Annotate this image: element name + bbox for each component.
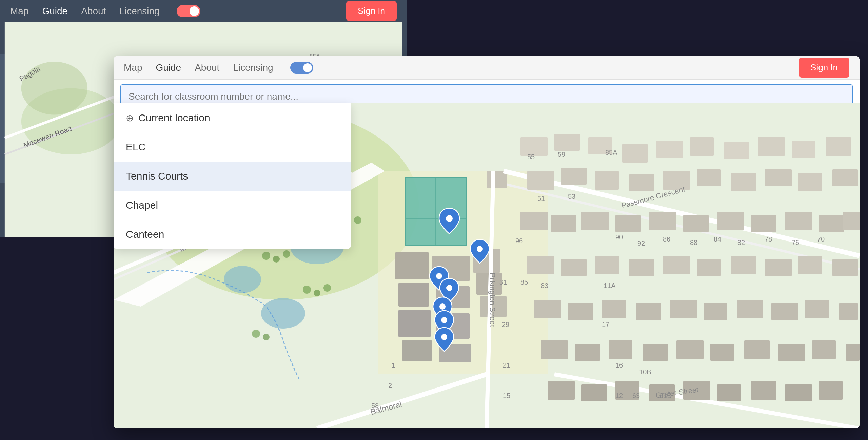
bg-nav-guide[interactable]: Guide	[42, 6, 67, 17]
svg-text:86: 86	[663, 235, 670, 243]
svg-rect-116	[839, 303, 858, 320]
svg-rect-126	[846, 344, 860, 361]
svg-text:12: 12	[615, 392, 623, 399]
svg-text:84: 84	[714, 235, 721, 243]
svg-point-38	[252, 330, 260, 338]
svg-rect-128	[581, 384, 607, 401]
svg-rect-134	[785, 384, 812, 401]
bg-nav-about[interactable]: About	[81, 6, 106, 17]
svg-rect-104	[765, 259, 792, 276]
svg-point-178	[441, 317, 447, 323]
svg-text:15: 15	[503, 392, 510, 399]
svg-rect-117	[541, 340, 568, 359]
svg-text:61B: 61B	[659, 392, 672, 399]
svg-text:85A: 85A	[605, 149, 617, 156]
fg-nav-about[interactable]: About	[195, 60, 219, 76]
foreground-window: Map Guide About Licensing Sign In ⊕ Curr…	[114, 56, 860, 428]
svg-rect-79	[629, 174, 654, 191]
fg-dropdown-item-elc[interactable]: ELC	[114, 132, 351, 162]
svg-text:29: 29	[502, 321, 509, 328]
fg-nav-map[interactable]: Map	[124, 60, 142, 76]
svg-rect-135	[819, 381, 843, 400]
svg-rect-87	[551, 215, 576, 232]
svg-rect-85	[832, 169, 858, 186]
bg-nav-licensing[interactable]: Licensing	[119, 6, 159, 17]
svg-rect-111	[670, 300, 697, 318]
svg-rect-76	[527, 171, 554, 190]
bg-navbar: Map Guide About Licensing Sign In	[0, 0, 407, 22]
svg-rect-115	[805, 300, 829, 318]
svg-rect-127	[548, 381, 575, 400]
svg-point-179	[441, 334, 447, 340]
svg-rect-83	[765, 169, 792, 186]
svg-text:90: 90	[615, 233, 623, 241]
fg-dropdown: ⊕ Current location ELC Tennis Courts Cha…	[114, 103, 351, 249]
svg-text:31: 31	[499, 278, 507, 286]
svg-point-36	[314, 290, 320, 296]
svg-rect-109	[602, 300, 626, 318]
svg-rect-122	[710, 344, 734, 361]
svg-text:83: 83	[541, 282, 548, 289]
svg-text:88: 88	[690, 239, 697, 246]
svg-point-175	[436, 273, 442, 279]
svg-rect-84	[798, 173, 822, 191]
fg-signin-button[interactable]: Sign In	[799, 58, 849, 78]
svg-rect-74	[792, 141, 815, 158]
svg-point-177	[439, 303, 446, 310]
svg-rect-81	[697, 169, 721, 186]
svg-point-39	[263, 334, 270, 340]
svg-rect-106	[832, 259, 858, 276]
svg-text:55: 55	[527, 153, 535, 161]
svg-rect-112	[704, 303, 727, 320]
fg-crosshair-icon: ⊕	[126, 112, 134, 124]
svg-rect-73	[758, 137, 785, 156]
svg-rect-48	[398, 283, 429, 307]
svg-rect-52	[402, 340, 432, 361]
svg-text:70: 70	[817, 235, 825, 243]
fg-dropdown-item-canteen[interactable]: Canteen	[114, 220, 351, 249]
svg-rect-94	[785, 212, 812, 230]
svg-point-34	[354, 216, 361, 224]
svg-rect-132	[717, 384, 741, 401]
svg-rect-108	[568, 303, 593, 320]
svg-point-173	[446, 215, 453, 222]
svg-text:58: 58	[371, 402, 379, 410]
svg-rect-125	[812, 340, 836, 359]
svg-rect-96	[843, 212, 860, 230]
svg-rect-133	[751, 381, 776, 400]
fg-nav-guide[interactable]: Guide	[156, 60, 181, 76]
svg-point-28	[273, 256, 280, 263]
svg-point-29	[283, 250, 290, 258]
fg-dark-mode-toggle[interactable]	[290, 62, 313, 74]
fg-dropdown-item-tennis-courts[interactable]: Tennis Courts	[114, 162, 351, 191]
svg-rect-99	[595, 256, 619, 274]
svg-text:63: 63	[632, 392, 640, 399]
bg-signin-button[interactable]: Sign In	[346, 1, 397, 21]
svg-rect-100	[629, 259, 654, 276]
bg-dark-mode-toggle[interactable]	[177, 5, 200, 17]
svg-text:21: 21	[503, 361, 510, 369]
svg-text:17: 17	[602, 321, 609, 328]
svg-rect-70	[656, 141, 683, 158]
svg-rect-67	[554, 134, 580, 151]
svg-rect-103	[731, 256, 756, 274]
svg-point-35	[303, 286, 311, 294]
svg-rect-124	[778, 344, 805, 361]
svg-point-19	[224, 266, 261, 293]
fg-dropdown-item-current-location[interactable]: ⊕ Current location	[114, 103, 351, 132]
svg-text:11A: 11A	[604, 282, 616, 289]
svg-rect-95	[819, 215, 844, 232]
bg-nav-map[interactable]: Map	[10, 6, 28, 17]
svg-rect-121	[676, 340, 704, 359]
svg-rect-88	[581, 212, 609, 230]
svg-text:76: 76	[792, 239, 799, 246]
svg-rect-71	[690, 137, 714, 156]
fg-dropdown-item-chapel[interactable]: Chapel	[114, 191, 351, 220]
svg-rect-110	[636, 303, 661, 320]
svg-point-20	[261, 298, 305, 329]
svg-rect-86	[520, 212, 548, 230]
fg-nav-licensing[interactable]: Licensing	[233, 60, 273, 76]
svg-text:51: 51	[537, 195, 545, 202]
svg-rect-105	[798, 256, 822, 274]
svg-rect-113	[737, 300, 763, 318]
